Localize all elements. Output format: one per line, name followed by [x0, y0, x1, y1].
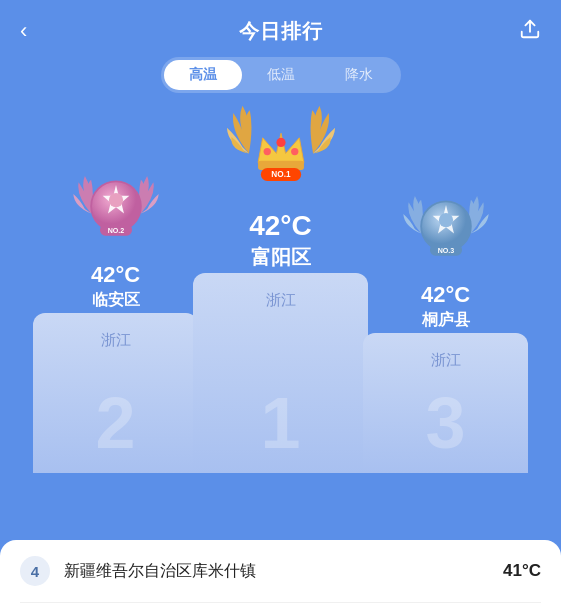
rank-3-city: 桐庐县 — [422, 310, 470, 331]
rank-1-column: NO.1 42°C 富阳区 浙江 1 — [193, 92, 368, 473]
list-city-name: 新疆维吾尔自治区库米什镇 — [64, 561, 503, 582]
rank-1-badge: NO.1 — [226, 92, 336, 202]
list-rank-badge: 4 — [20, 556, 50, 586]
svg-point-3 — [108, 193, 122, 207]
rank-1-temp: 42°C — [249, 210, 312, 242]
share-button[interactable] — [519, 18, 541, 45]
svg-text:NO.1: NO.1 — [271, 170, 291, 179]
rank-1-number: 1 — [260, 387, 300, 459]
svg-text:NO.2: NO.2 — [107, 227, 124, 235]
svg-point-9 — [291, 148, 298, 155]
tab-bar: 高温 低温 降水 — [161, 57, 401, 93]
rank-1-province: 浙江 — [266, 291, 296, 310]
rank-1-city: 富阳区 — [251, 244, 311, 271]
rank-3-block: 浙江 3 — [363, 333, 528, 473]
podium-area: NO.2 42°C 临安区 浙江 2 — [0, 113, 561, 473]
header: ‹ 今日排行 — [0, 0, 561, 57]
tab-low-temp[interactable]: 低温 — [242, 60, 320, 90]
rank-2-number: 2 — [95, 387, 135, 459]
back-button[interactable]: ‹ — [20, 18, 27, 44]
rank-3-badge: NO.3 — [401, 184, 491, 274]
rank-1-block: 浙江 1 — [193, 273, 368, 473]
rank-2-city: 临安区 — [92, 290, 140, 311]
rank-2-badge: NO.2 — [71, 164, 161, 254]
list-item: 4 新疆维吾尔自治区库米什镇 41°C — [20, 540, 541, 603]
ranking-list: 4 新疆维吾尔自治区库米什镇 41°C — [0, 540, 561, 603]
rank-2-temp: 42°C — [91, 262, 140, 288]
rank-2-province: 浙江 — [101, 331, 131, 350]
rank-3-province: 浙江 — [431, 351, 461, 370]
svg-point-8 — [276, 138, 285, 147]
svg-point-14 — [438, 213, 452, 227]
tab-high-temp[interactable]: 高温 — [164, 60, 242, 90]
rank-3-number: 3 — [425, 387, 465, 459]
svg-point-7 — [263, 148, 270, 155]
rank-2-column: NO.2 42°C 临安区 浙江 2 — [33, 164, 198, 473]
list-temp: 41°C — [503, 561, 541, 581]
svg-text:NO.3: NO.3 — [437, 247, 454, 255]
rank-3-temp: 42°C — [421, 282, 470, 308]
rank-3-column: NO.3 42°C 桐庐县 浙江 3 — [363, 184, 528, 473]
page-title: 今日排行 — [239, 18, 323, 45]
rank-2-block: 浙江 2 — [33, 313, 198, 473]
tab-rainfall[interactable]: 降水 — [320, 60, 398, 90]
